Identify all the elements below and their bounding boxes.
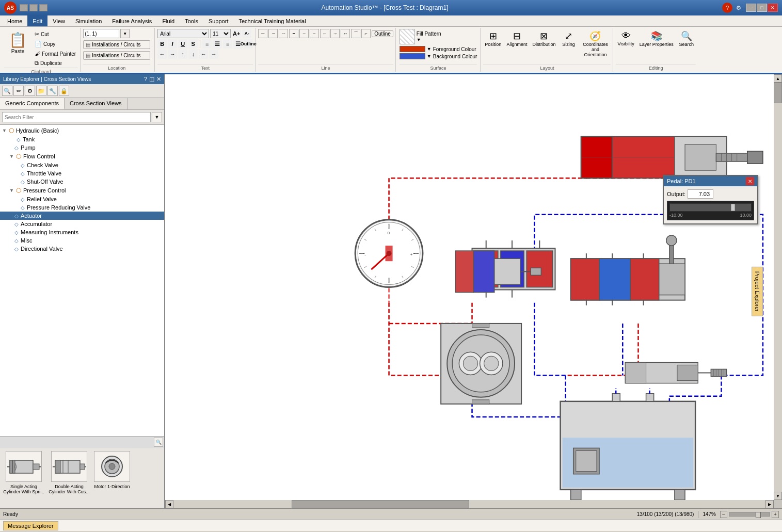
line-corner-btn[interactable]: ⌐ (361, 29, 371, 38)
menu-failure-analysis[interactable]: Failure Analysis (107, 15, 157, 26)
menu-support[interactable]: Support (203, 15, 234, 26)
pedal-close-btn[interactable]: ✕ (746, 177, 754, 185)
help-btn[interactable]: ? (722, 3, 732, 13)
sidebar-tool-wrench[interactable]: 🔧 (47, 86, 58, 96)
text-down-btn[interactable]: ↓ (188, 50, 198, 59)
decrease-font-btn[interactable]: A- (242, 29, 251, 38)
horizontal-scrollbar[interactable]: ◀ ▶ (165, 500, 774, 508)
sidebar-tool-edit[interactable]: ✏ (13, 86, 24, 96)
arrow-left-btn[interactable]: ← (320, 29, 329, 38)
search-filter-input[interactable] (2, 112, 151, 122)
settings-btn[interactable]: ⚙ (733, 3, 744, 13)
project-explorer-tab[interactable]: Project Explorer (752, 266, 763, 316)
tree-item-shutoff-valve[interactable]: ◇ Shut-Off Valve (0, 178, 164, 186)
menu-view[interactable]: View (47, 15, 70, 26)
menu-fluid[interactable]: Fluid (157, 15, 180, 26)
line-width2-btn[interactable]: ─ (299, 29, 309, 38)
pedal-slider[interactable] (669, 203, 752, 212)
maximize-btn[interactable]: □ (757, 4, 767, 12)
search-filter-btn[interactable]: ▼ (152, 112, 162, 122)
text-up-btn[interactable]: ↑ (178, 50, 187, 59)
text-left-btn[interactable]: ← (157, 50, 167, 59)
tab-generic-components[interactable]: Generic Components (0, 98, 65, 109)
message-explorer-btn[interactable]: Message Explorer (3, 521, 58, 530)
tree-item-pressure-reducing[interactable]: ◇ Pressure Reducing Valve (0, 203, 164, 212)
menu-edit[interactable]: Edit (27, 15, 47, 26)
zoom-out-btn[interactable]: − (720, 511, 727, 518)
installations-circuits-btn1[interactable]: ▤ Installations / Circuits (83, 40, 150, 49)
alignment-btn[interactable]: ⊟ Alignment (505, 29, 529, 49)
menu-home[interactable]: Home (2, 15, 27, 26)
outline-line-btn[interactable]: Outline (372, 30, 393, 37)
tree-item-pump[interactable]: ◇ Pump (0, 143, 164, 152)
menu-simulation[interactable]: Simulation (70, 15, 107, 26)
line-style3-btn[interactable]: ┈ (279, 29, 288, 38)
tree-item-directional-valve[interactable]: ◇ Directional Valve (0, 245, 164, 253)
text-arrow2-btn[interactable]: → (209, 50, 218, 59)
copy-btn[interactable]: 📄 Copy (33, 40, 78, 49)
coordinates-btn[interactable]: 🧭 Coordinates and Orientation (580, 29, 611, 59)
tree-item-tank[interactable]: ◇ Tank (0, 135, 164, 143)
sidebar-tool-folder[interactable]: 📁 (36, 86, 46, 96)
paste-btn[interactable]: 📋 Paste (4, 29, 31, 57)
align-left-btn[interactable]: ≡ (202, 39, 212, 49)
format-painter-btn[interactable]: 🖌 Format Painter (33, 50, 78, 58)
preview-item-motor1[interactable]: Motor 1-Direction (94, 451, 130, 505)
duplicate-btn[interactable]: ⧉ Duplicate (33, 59, 78, 68)
tree-item-throttle-valve[interactable]: ◇ Throttle Valve (0, 169, 164, 178)
background-dropdown-btn[interactable]: ▼ (427, 54, 432, 59)
increase-font-btn[interactable]: A+ (232, 29, 241, 38)
tree-item-relief-valve[interactable]: ◇ Relief Valve (0, 195, 164, 203)
sidebar-close-btn[interactable]: ✕ (156, 76, 161, 83)
minimize-btn[interactable]: ─ (746, 4, 756, 12)
sidebar-help-btn[interactable]: ? (144, 76, 147, 83)
distribution-btn[interactable]: ⊠ Distribution (531, 29, 557, 49)
preview-zoom-btn[interactable]: 🔍 (154, 438, 163, 447)
align-right-btn[interactable]: ≡ (223, 39, 232, 49)
tree-item-accumulator[interactable]: ◇ Accumulator (0, 220, 164, 228)
tree-item-measuring[interactable]: ◇ Measuring Instruments (0, 228, 164, 236)
zoom-in-btn[interactable]: + (772, 511, 779, 518)
italic-btn[interactable]: I (168, 39, 177, 49)
align-center-btn[interactable]: ☰ (213, 39, 222, 49)
coord-dropdown-btn[interactable]: ▼ (120, 29, 130, 38)
menu-tools[interactable]: Tools (180, 15, 203, 26)
underline-btn[interactable]: U (178, 39, 187, 49)
line-style2-btn[interactable]: ┄ (268, 29, 278, 38)
line-style1-btn[interactable]: ─ (258, 29, 267, 38)
sidebar-tool-settings[interactable]: ⚙ (25, 86, 35, 96)
tab-cross-section-views[interactable]: Cross Section Views (65, 98, 127, 109)
sidebar-float-btn[interactable]: ◫ (149, 76, 154, 83)
tree-item-misc[interactable]: ◇ Misc (0, 236, 164, 245)
font-size-select[interactable]: 11 (210, 29, 231, 38)
text-arrow1-btn[interactable]: ← (199, 50, 208, 59)
sidebar-tool-search[interactable]: 🔍 (2, 86, 12, 96)
tree-item-hydraulic-basic[interactable]: ▼ ⬡ Hydraulic (Basic) (0, 126, 164, 135)
installations-circuits-btn2[interactable]: ▤ Installations / Circuits (83, 51, 150, 60)
tree-item-actuator[interactable]: ◇ Actuator (0, 212, 164, 220)
line-jump-btn[interactable]: ⌒ (351, 29, 360, 38)
search-btn[interactable]: 🔍 Search (677, 29, 696, 49)
tree-item-pressure-control[interactable]: ▼ ⬡ Pressure Control (0, 186, 164, 195)
line-width3-btn[interactable]: ╌ (310, 29, 319, 38)
sidebar-tool-lock[interactable]: 🔒 (59, 86, 69, 96)
text-right-btn[interactable]: → (168, 50, 177, 59)
line-width1-btn[interactable]: ━ (289, 29, 298, 38)
font-name-select[interactable]: Arial (157, 29, 209, 38)
bold-btn[interactable]: B (157, 39, 167, 49)
layer-properties-btn[interactable]: 📚 Layer Properties (638, 29, 675, 49)
visibility-btn[interactable]: 👁 Visibility (616, 29, 635, 48)
vertical-scrollbar[interactable]: ▲ ▼ (774, 74, 782, 500)
close-btn[interactable]: ✕ (768, 4, 778, 12)
sizing-btn[interactable]: ⤢ Sizing (559, 29, 578, 49)
menu-technical[interactable]: Technical Training Material (233, 15, 311, 26)
arrow-right-btn[interactable]: → (330, 29, 340, 38)
strikethrough-btn[interactable]: S (188, 39, 198, 49)
outline-btn[interactable]: Outline (244, 39, 253, 49)
tree-item-check-valve[interactable]: ◇ Check Valve (0, 161, 164, 169)
arrow-both-btn[interactable]: ↔ (341, 29, 350, 38)
preview-item-cylinder2[interactable]: Double Acting Cylinder With Cus... (49, 451, 90, 505)
foreground-dropdown-btn[interactable]: ▼ (427, 46, 432, 52)
zoom-slider[interactable] (729, 512, 770, 517)
tree-item-flow-control[interactable]: ▼ ⬡ Flow Control (0, 152, 164, 161)
